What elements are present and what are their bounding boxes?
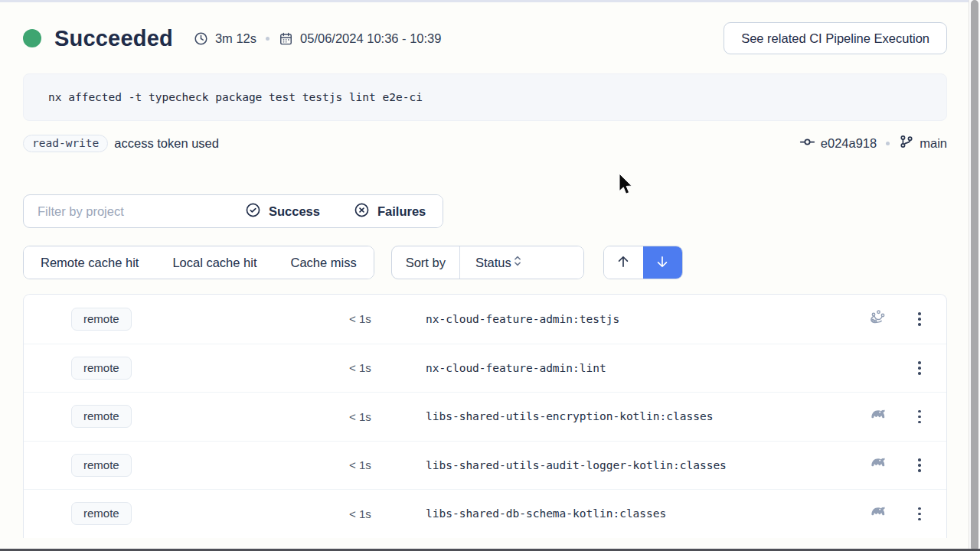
sort-group: Sort by Status (391, 246, 584, 279)
gradle-icon (868, 454, 887, 476)
task-name[interactable]: libs-shared-utils-audit-logger-kotlin:cl… (399, 459, 862, 471)
sort-field-value: Status (475, 256, 511, 270)
task-name[interactable]: libs-shared-utils-encryption-kotlin:clas… (399, 410, 862, 422)
branch-name: main (920, 136, 947, 151)
row-menu-kebab-icon[interactable] (913, 357, 926, 380)
x-circle-icon (354, 202, 370, 221)
sort-descending-button[interactable] (643, 246, 682, 279)
duration-text: 3m 12s (215, 31, 256, 46)
tech-icon-cell (862, 503, 893, 525)
cache-source-badge: remote (71, 502, 132, 525)
arrow-up-icon (616, 254, 631, 272)
run-detail-page: Succeeded 3m 12s 05/06/2024 10:36 - 10:3… (0, 21, 980, 538)
filter-bar: Success Failures (23, 194, 947, 228)
status-success-dot (23, 29, 41, 47)
sort-by-label: Sort by (392, 246, 459, 279)
git-branch-icon (899, 134, 914, 152)
cache-miss-button[interactable]: Cache miss (273, 246, 373, 279)
task-row: remote < 1s libs-shared-db-schema-kotlin… (24, 489, 946, 538)
cache-filter-group: Remote cache hit Local cache hit Cache m… (23, 246, 374, 279)
task-name[interactable]: nx-cloud-feature-admin:testjs (399, 313, 862, 325)
sort-field-select[interactable]: Status (459, 246, 583, 279)
run-header: Succeeded 3m 12s 05/06/2024 10:36 - 10:3… (23, 21, 947, 56)
success-filter-label: Success (269, 204, 320, 219)
gradle-icon (868, 503, 887, 525)
scrollbar-thumb[interactable] (971, 0, 978, 551)
cache-source-cell: remote (67, 502, 345, 525)
page-scrollbar[interactable] (969, 0, 980, 551)
clock-icon (194, 31, 208, 46)
row-actions-cell (893, 308, 946, 331)
task-name[interactable]: libs-shared-db-schema-kotlin:classes (399, 507, 862, 520)
tech-icon-cell (862, 454, 893, 476)
task-duration: < 1s (345, 361, 399, 374)
filter-by-project-input[interactable] (24, 195, 228, 227)
row-actions-cell (893, 406, 946, 429)
task-row: remote < 1s libs-shared-utils-audit-logg… (24, 441, 946, 490)
cache-source-cell: remote (67, 454, 345, 477)
cache-source-cell: remote (67, 405, 345, 428)
task-duration: < 1s (345, 458, 399, 471)
tech-icon-cell (862, 308, 893, 330)
task-duration: < 1s (345, 410, 399, 423)
cache-source-cell: remote (67, 357, 345, 380)
dot-separator (886, 142, 890, 145)
commit-icon (799, 134, 815, 153)
duration-meta: 3m 12s (194, 31, 256, 46)
date-meta: 05/06/2024 10:36 - 10:39 (279, 31, 441, 46)
cache-source-cell: remote (67, 308, 345, 331)
see-related-pipeline-button[interactable]: See related CI Pipeline Execution (724, 22, 947, 54)
nx-command-text: nx affected -t typecheck package test te… (48, 91, 423, 103)
task-row: remote < 1s nx-cloud-feature-admin:lint (24, 344, 946, 393)
tech-icon-cell (862, 406, 893, 428)
remote-cache-hit-button[interactable]: Remote cache hit (24, 246, 155, 279)
row-menu-kebab-icon[interactable] (913, 454, 926, 477)
local-cache-hit-button[interactable]: Local cache hit (155, 246, 273, 279)
dot-separator (266, 37, 270, 41)
page-title: Succeeded (54, 26, 173, 51)
cache-source-badge: remote (71, 308, 132, 331)
cache-source-badge: remote (71, 357, 132, 380)
row-menu-kebab-icon[interactable] (913, 308, 926, 331)
token-row: read-write access token used e024a918 ma… (23, 132, 947, 154)
date-range-text: 05/06/2024 10:36 - 10:39 (300, 31, 441, 46)
failures-filter-label: Failures (377, 204, 426, 219)
commit-sha: e024a918 (821, 136, 877, 151)
check-circle-icon (245, 202, 261, 221)
success-filter-button[interactable]: Success (228, 195, 337, 227)
task-duration: < 1s (345, 312, 399, 325)
jest-icon (868, 308, 887, 330)
access-token-text: access token used (114, 136, 219, 151)
task-name[interactable]: nx-cloud-feature-admin:lint (399, 362, 862, 374)
arrow-down-icon (655, 254, 670, 272)
command-box: nx affected -t typecheck package test te… (23, 73, 947, 121)
cache-source-badge: remote (71, 405, 132, 428)
cache-source-badge: remote (71, 454, 132, 477)
sort-direction-group (603, 246, 683, 279)
calendar-icon (279, 31, 293, 46)
row-actions-cell (893, 357, 946, 380)
task-duration: < 1s (345, 507, 399, 520)
cache-sort-bar: Remote cache hit Local cache hit Cache m… (23, 246, 947, 279)
failures-filter-button[interactable]: Failures (337, 195, 443, 227)
gradle-icon (868, 406, 887, 428)
vcs-info: e024a918 main (799, 134, 947, 153)
row-menu-kebab-icon[interactable] (913, 406, 926, 429)
task-list: remote < 1s nx-cloud-feature-admin:testj… (23, 294, 947, 538)
task-row: remote < 1s libs-shared-utils-encryption… (24, 392, 946, 441)
sort-ascending-button[interactable] (604, 246, 643, 279)
row-actions-cell (893, 503, 946, 526)
access-token-badge: read-write (23, 135, 108, 152)
chevron-up-down-icon (511, 254, 524, 271)
row-actions-cell (893, 454, 946, 477)
task-row: remote < 1s nx-cloud-feature-admin:testj… (24, 295, 946, 344)
row-menu-kebab-icon[interactable] (913, 503, 926, 526)
project-filter-group: Success Failures (23, 194, 443, 228)
